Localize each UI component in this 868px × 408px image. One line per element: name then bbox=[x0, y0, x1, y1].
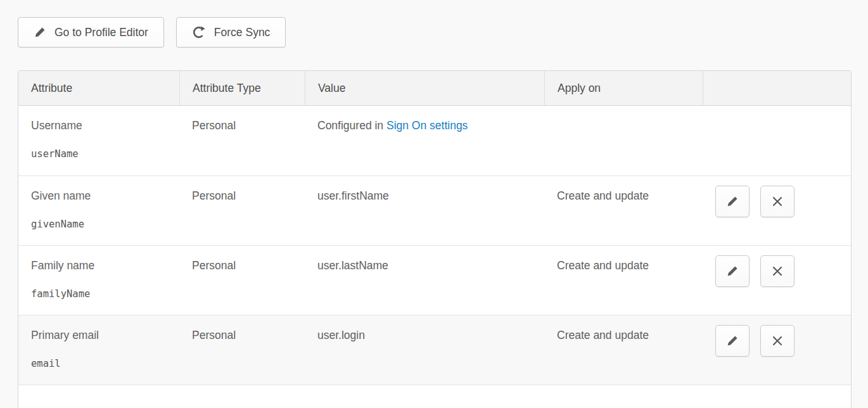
attribute-cell: Given name givenName bbox=[18, 175, 179, 245]
pencil-icon bbox=[34, 26, 46, 39]
edit-attribute-button[interactable] bbox=[715, 325, 750, 357]
edit-attribute-button[interactable] bbox=[715, 255, 750, 287]
attribute-label: Username bbox=[31, 118, 167, 134]
force-sync-label: Force Sync bbox=[214, 26, 271, 39]
attribute-cell: Username userName bbox=[18, 106, 179, 175]
table-row-given-name: Given name givenName Personal user.first… bbox=[18, 175, 851, 245]
pencil-icon bbox=[725, 334, 739, 348]
go-to-profile-editor-label: Go to Profile Editor bbox=[54, 26, 148, 39]
attribute-variable-name: givenName bbox=[31, 218, 167, 231]
attribute-variable-name: userName bbox=[31, 148, 167, 161]
pencil-icon bbox=[725, 194, 739, 208]
apply-on-cell: Create and update bbox=[544, 245, 703, 315]
attribute-type-cell: Personal bbox=[179, 175, 305, 245]
pencil-icon bbox=[725, 264, 739, 278]
value-cell: user.firstName bbox=[305, 175, 544, 245]
delete-attribute-button[interactable] bbox=[760, 255, 795, 287]
table-row-partial bbox=[18, 385, 851, 408]
table-row-username: Username userName Personal Configured in… bbox=[18, 106, 851, 175]
partial-row-cell bbox=[18, 385, 851, 408]
value-cell: user.lastName bbox=[305, 245, 544, 315]
close-icon bbox=[770, 264, 784, 278]
apply-on-cell: Create and update bbox=[544, 315, 703, 385]
actions-cell bbox=[703, 245, 851, 315]
actions-cell bbox=[703, 175, 851, 245]
attribute-cell: Family name familyName bbox=[18, 245, 179, 315]
header-apply-on: Apply on bbox=[544, 71, 703, 106]
header-actions bbox=[703, 71, 851, 106]
close-icon bbox=[770, 334, 784, 348]
actions-cell bbox=[703, 315, 851, 385]
apply-on-cell: Create and update bbox=[544, 175, 703, 245]
edit-attribute-button[interactable] bbox=[715, 186, 750, 217]
value-cell: user.login bbox=[305, 315, 544, 385]
close-icon bbox=[770, 194, 784, 208]
attribute-variable-name: email bbox=[31, 357, 167, 371]
table-row-family-name: Family name familyName Personal user.las… bbox=[18, 245, 851, 315]
attribute-cell: Primary email email bbox=[18, 315, 179, 385]
apply-on-cell bbox=[544, 106, 703, 175]
attribute-type-cell: Personal bbox=[179, 315, 305, 385]
refresh-icon bbox=[192, 25, 206, 39]
page-container: Go to Profile Editor Force Sync Attribut… bbox=[0, 0, 868, 408]
value-prefix-text: Configured in bbox=[317, 119, 386, 132]
attribute-type-cell: Personal bbox=[179, 245, 305, 315]
header-value: Value bbox=[305, 71, 544, 106]
attribute-variable-name: familyName bbox=[31, 288, 167, 301]
toolbar: Go to Profile Editor Force Sync bbox=[18, 17, 850, 48]
header-attribute: Attribute bbox=[18, 71, 179, 106]
attribute-label: Family name bbox=[31, 258, 167, 274]
value-cell: Configured in Sign On settings bbox=[305, 106, 544, 175]
sign-on-settings-link[interactable]: Sign On settings bbox=[386, 119, 468, 132]
delete-attribute-button[interactable] bbox=[760, 325, 795, 357]
table-header: Attribute Attribute Type Value Apply on bbox=[18, 71, 851, 106]
attribute-mapping-table: Attribute Attribute Type Value Apply on … bbox=[18, 70, 852, 408]
table-row-primary-email: Primary email email Personal user.login … bbox=[18, 315, 851, 385]
force-sync-button[interactable]: Force Sync bbox=[176, 17, 286, 48]
delete-attribute-button[interactable] bbox=[760, 186, 795, 217]
actions-cell bbox=[703, 106, 851, 175]
header-attribute-type: Attribute Type bbox=[179, 71, 305, 106]
attribute-label: Given name bbox=[31, 189, 167, 204]
attribute-label: Primary email bbox=[31, 328, 167, 343]
attribute-type-cell: Personal bbox=[179, 106, 305, 175]
go-to-profile-editor-button[interactable]: Go to Profile Editor bbox=[18, 17, 164, 48]
